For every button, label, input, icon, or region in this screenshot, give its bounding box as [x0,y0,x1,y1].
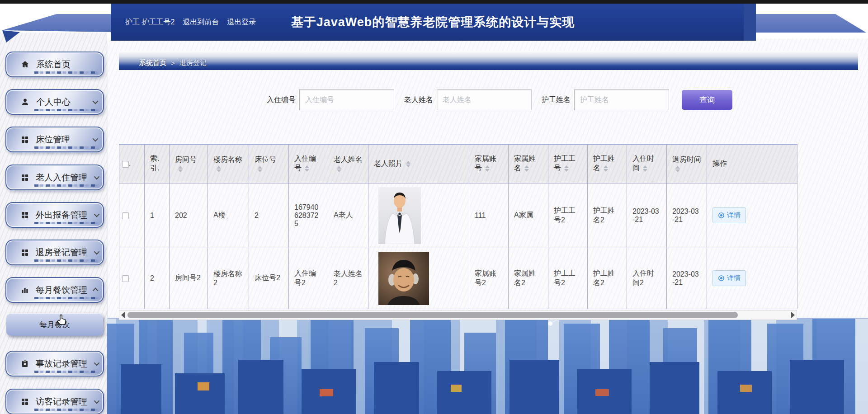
sidebar-item-label: 事故记录管理 [36,358,87,370]
col-elder-name[interactable]: 老人姓名 [328,144,368,183]
select-all-checkbox[interactable] [122,161,129,168]
sort-icon[interactable] [217,166,221,172]
col-family-account[interactable]: 家属账号 [469,144,509,183]
button-dash-decoration [34,259,99,262]
col-worker-no[interactable]: 护工工号 [548,144,588,183]
cell-checkout-time: 2023-03-21 [667,248,707,309]
cell-building: A楼 [208,183,249,248]
cell-family-name: A家属 [509,183,548,248]
cell-checkin-no: 入住编号2 [289,248,328,309]
button-dash-decoration [34,109,99,111]
sidebar-item-label: 外出报备管理 [36,209,87,221]
sort-icon[interactable] [604,165,608,172]
page: 系统首页 个人中心 床位管理 老人入住管理 外出报备管理 [0,0,868,414]
row-checkbox[interactable] [122,212,129,219]
main-content: 系统首页 > 退房登记 入住编号 老人姓名 护工姓名 查询 [108,38,868,319]
sidebar-item-label: 每月餐饮管理 [36,284,87,296]
chevron-up-icon [93,288,99,294]
sort-icon[interactable] [258,166,262,172]
sidebar-item-label: 退房登记管理 [36,247,87,259]
sort-icon[interactable] [406,161,410,167]
chevron-down-icon [94,360,100,366]
sidebar-item-monthly-meals[interactable]: 每月餐饮管理 [5,277,104,303]
col-worker-name[interactable]: 护工姓名 [588,144,627,183]
sidebar-item-checkout-registry[interactable]: 退房登记管理 [5,240,104,265]
col-elder-photo[interactable]: 老人照片 [368,144,469,183]
scrollbar-thumb[interactable] [127,312,738,318]
bar-chart-icon [21,286,29,294]
sort-icon[interactable] [524,165,529,172]
sidebar-item-accident-records[interactable]: 事故记录管理 [5,351,104,376]
sidebar-item-home[interactable]: 系统首页 [5,52,104,77]
cell-checkin-no: 1679406283725 [289,183,328,248]
col-bed[interactable]: 床位号 [249,144,289,183]
sort-icon[interactable] [675,166,680,172]
user-icon [21,98,29,106]
query-button[interactable]: 查询 [682,90,732,110]
table-row: 1 202 A楼 2 1679406283725 A老人 [119,183,797,248]
select-all-cell: . [119,144,145,183]
detail-button[interactable]: 详情 [712,207,746,223]
cell-elder-name: 老人姓名2 [328,248,368,309]
sidebar-item-elder-checkin[interactable]: 老人入住管理 [5,165,104,190]
col-checkin-no[interactable]: 入住编号 [289,144,328,183]
col-index: 索.引. [145,144,170,183]
scroll-left-arrow-icon[interactable] [121,312,125,318]
cell-checkin-time: 2023-03-21 [627,183,667,248]
breadcrumb-home-link[interactable]: 系统首页 [139,59,166,67]
sort-icon[interactable] [564,165,569,172]
sort-icon[interactable] [485,165,490,172]
cell-family-name: 家属姓名2 [509,248,548,309]
table-row: 2 房间号2 楼房名称2 床位号2 入住编号2 老人姓名2 [119,248,797,309]
sort-icon[interactable] [178,166,183,172]
chevron-down-icon [94,212,100,217]
col-checkout-time[interactable]: 退房时间 [667,144,707,183]
detail-button[interactable]: 详情 [712,270,746,286]
sort-icon[interactable] [305,165,309,172]
sidebar-item-beds[interactable]: 床位管理 [5,127,104,152]
row-checkbox[interactable] [122,275,129,282]
search-field-worker-name: 护工姓名 [542,89,669,110]
sidebar-item-visitor-records[interactable]: 访客记录管理 [5,389,104,414]
sort-icon[interactable] [337,166,341,172]
checkin-no-input[interactable] [299,89,394,110]
cell-worker-no: 护工工号2 [548,183,588,248]
search-label: 老人姓名 [404,95,433,105]
scroll-right-arrow-icon[interactable] [791,312,795,318]
cell-checkin-time: 入住时间2 [627,248,667,309]
cell-worker-name: 护工姓名2 [588,183,627,248]
chevron-down-icon [93,99,99,104]
sidebar-subitem-monthly-meal-times[interactable]: 每月餐次 [6,313,103,336]
elder-name-input[interactable] [437,89,532,110]
button-dash-decoration [34,146,99,149]
cell-elder-photo [368,248,469,309]
elder-photo-woman [378,252,429,305]
worker-name-input[interactable] [574,89,669,110]
sidebar-item-outing-report[interactable]: 外出报备管理 [5,202,104,228]
sidebar: 系统首页 个人中心 床位管理 老人入住管理 外出报备管理 [0,33,107,414]
col-room[interactable]: 房间号 [170,144,208,183]
button-dash-decoration [34,71,99,74]
col-checkin-time[interactable]: 入住时间 [627,144,667,183]
header-dot: . [129,160,131,167]
sort-icon[interactable] [643,165,647,172]
cell-room: 202 [170,183,208,248]
sidebar-item-profile[interactable]: 个人中心 [5,89,104,115]
col-building[interactable]: 楼房名称 [208,144,249,183]
checkout-table-wrapper: . 索.引. 房间号 楼房名称 床位号 入住编号 老人姓名 老人照片 家属账号 … [119,144,797,320]
horizontal-scrollbar[interactable] [119,310,797,320]
search-label: 入住编号 [267,95,296,105]
col-family-name[interactable]: 家属姓名 [509,144,548,183]
cell-worker-no: 护工工号2 [548,248,588,309]
cell-index: 1 [145,183,170,248]
breadcrumb-current: 退房登记 [179,59,207,67]
checkout-table: . 索.引. 房间号 楼房名称 床位号 入住编号 老人姓名 老人照片 家属账号 … [119,144,797,309]
cell-family-account: 111 [469,183,509,248]
cell-actions: 详情 [707,248,797,309]
cell-actions: 详情 [707,183,797,248]
table-header-row: . 索.引. 房间号 楼房名称 床位号 入住编号 老人姓名 老人照片 家属账号 … [119,144,797,183]
sidebar-item-label: 老人入住管理 [36,172,87,183]
cell-checkout-time: 2023-03-21 [667,183,707,248]
sidebar-item-label: 访客记录管理 [36,396,87,408]
col-actions: 操作 [707,144,797,183]
